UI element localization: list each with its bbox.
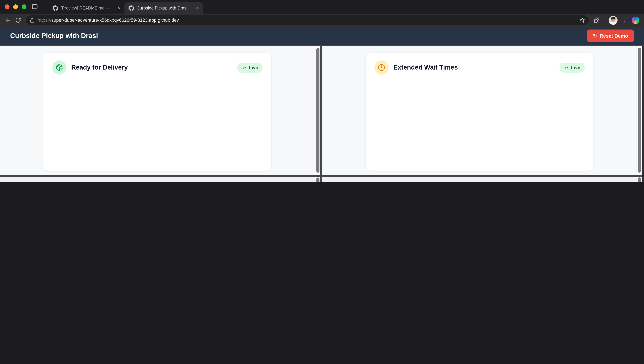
extended-wait-panel: Extended Wait Times Live — [366, 52, 594, 171]
ready-for-delivery-panel: Ready for Delivery Live — [44, 52, 271, 171]
browser-tab-strip: [Preview] README.md — curbsi ✕ Curbside … — [0, 0, 644, 14]
reset-demo-button[interactable]: ↻ Reset Demo — [587, 30, 634, 42]
clock-icon — [374, 60, 389, 75]
physical-operations-section: Physical Operations Add Vehicle Parking … — [0, 177, 320, 182]
tabs: [Preview] README.md — curbsi ✕ Curbside … — [48, 0, 212, 14]
screen: [Preview] README.md — curbsi ✕ Curbside … — [0, 0, 644, 182]
tab-close-icon[interactable]: ✕ — [196, 6, 199, 10]
window-edge-strip — [642, 46, 644, 182]
github-favicon — [128, 5, 134, 11]
browser-toolbar: https://super-duper-adventure-x56qxpqv66… — [0, 14, 644, 27]
page-title: Curbside Pickup with Drasi — [10, 32, 98, 40]
scrollbar-thumb[interactable] — [638, 48, 641, 173]
live-badge: Live — [238, 62, 262, 72]
panel-header: Ready for Delivery Live — [44, 52, 271, 82]
tab-readme-preview[interactable]: [Preview] README.md — curbsi ✕ — [48, 2, 124, 14]
ready-for-delivery-frame: Ready for Delivery Live — [0, 46, 320, 175]
app-header: Curbside Pickup with Drasi ↻ Reset Demo — [0, 27, 644, 45]
scrollbar-thumb[interactable] — [316, 178, 319, 182]
panel-title: Extended Wait Times — [394, 64, 458, 71]
back-icon[interactable] — [5, 17, 11, 23]
address-bar[interactable]: https://super-duper-adventure-x56qxpqv66… — [26, 15, 590, 26]
profile-avatar[interactable] — [609, 16, 618, 24]
more-menu-icon[interactable]: … — [622, 17, 628, 23]
retail-operations-section: Retail Operations New Pickup Order In Pr… — [322, 177, 642, 182]
tab-title: Curbside Pickup with Drasi — [137, 6, 187, 10]
retail-operations-frame: Retail Operations New Pickup Order In Pr… — [322, 177, 642, 182]
reset-icon: ↻ — [593, 33, 597, 38]
wifi-icon — [242, 65, 246, 70]
scrollbar-thumb[interactable] — [638, 178, 641, 182]
new-tab-button[interactable]: + — [208, 4, 212, 10]
reset-demo-label: Reset Demo — [600, 33, 628, 38]
toolbar-divider — [604, 17, 604, 23]
close-window-button[interactable] — [5, 4, 10, 9]
tab-curbside-pickup[interactable]: Curbside Pickup with Drasi ✕ — [124, 2, 203, 14]
favorite-star-icon[interactable] — [580, 18, 585, 23]
refresh-icon[interactable] — [15, 17, 21, 23]
live-label: Live — [571, 65, 580, 70]
github-favicon — [52, 5, 58, 11]
tab-close-icon[interactable]: ✕ — [117, 6, 120, 10]
scrollbar[interactable] — [636, 46, 642, 175]
package-check-icon — [52, 60, 66, 75]
url-scheme: https:// — [38, 18, 52, 23]
live-badge: Live — [560, 62, 585, 72]
scrollbar[interactable] — [315, 177, 320, 182]
window-controls — [5, 4, 26, 9]
url-host: super-duper-adventure-x56qxpqv6626r59-81… — [52, 18, 179, 23]
url-text[interactable]: https://super-duper-adventure-x56qxpqv66… — [38, 18, 179, 23]
panel-title: Ready for Delivery — [71, 64, 128, 71]
scrollbar[interactable] — [315, 46, 320, 175]
scrollbar[interactable] — [636, 177, 642, 182]
panel-header: Extended Wait Times Live — [366, 52, 594, 82]
physical-operations-frame: Physical Operations Add Vehicle Parking … — [0, 177, 320, 182]
live-label: Live — [249, 65, 258, 70]
extensions-puzzle-icon[interactable] — [594, 17, 600, 23]
copilot-icon[interactable] — [632, 16, 639, 24]
tab-actions-icon[interactable] — [32, 4, 38, 10]
zoom-window-button[interactable] — [22, 4, 26, 9]
scrollbar-thumb[interactable] — [316, 48, 319, 173]
extended-wait-frame: Extended Wait Times Live — [322, 46, 642, 175]
minimize-window-button[interactable] — [13, 4, 18, 9]
wifi-icon — [564, 65, 569, 70]
lock-icon — [30, 18, 34, 22]
content-grid: Ready for Delivery Live Extended Wait Ti… — [0, 45, 644, 182]
tab-title: [Preview] README.md — curbsi — [61, 6, 112, 10]
